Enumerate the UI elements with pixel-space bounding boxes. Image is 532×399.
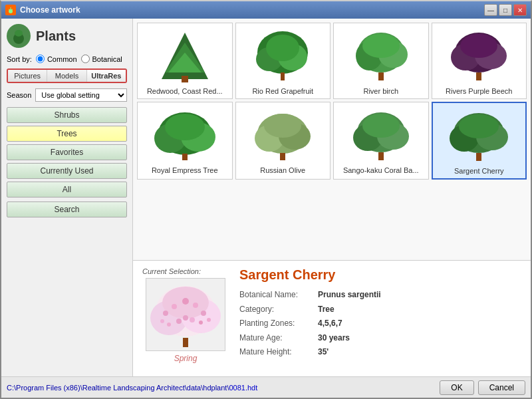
titlebar-buttons: — □ ✕ [484,4,527,16]
svg-point-57 [167,323,171,327]
cancel-button[interactable]: Cancel [478,380,525,395]
filepath-file: 0081.hdt [229,384,257,392]
sort-common-text: Common [47,55,77,63]
plant-cell-rivers-purple-beech[interactable]: Rivers Purple Beech [432,23,527,99]
detail-val-age: 30 years [318,331,350,346]
svg-rect-35 [280,153,285,160]
sort-botanical-text: Botanical [92,55,122,63]
detail-key-botanical: Botanical Name: [239,288,313,303]
plants-header: Plants [7,24,127,48]
plant-cell-royal-empress[interactable]: Royal Empress Tree [137,102,233,180]
detail-info: Sargent Cherry Botanical Name: Prunus sa… [239,267,521,370]
detail-preview: Current Selection: [142,267,229,370]
plant-thumb-royal-empress [145,105,225,165]
bottom-bar: C:\Program Files (x86)\Realtime Landscap… [1,376,531,398]
window-title: Choose artwork [20,5,80,15]
svg-point-6 [15,30,23,37]
detail-key-age: Mature Age: [239,331,313,346]
svg-rect-45 [476,153,481,161]
sort-botanical-radio[interactable] [81,55,90,63]
detail-val-botanical: Prunus sargentii [318,288,381,303]
detail-row-age: Mature Age: 30 years [239,331,521,346]
current-selection-label: Current Selection: [142,267,201,275]
tab-ultrares[interactable]: UltraRes [87,70,126,82]
detail-area: Current Selection: [133,260,531,376]
plant-label-redwood: Redwood, Coast Red... [147,87,223,96]
tab-models[interactable]: Models [47,70,86,82]
plants-logo [7,24,31,48]
maximize-button[interactable]: □ [499,4,512,16]
detail-table: Botanical Name: Prunus sargentii Categor… [239,288,521,360]
svg-point-55 [190,317,195,323]
detail-row-zones: Planting Zones: 4,5,6,7 [239,317,521,331]
currently-used-button[interactable]: Currently Used [7,163,127,179]
sort-label: Sort by: [7,55,32,63]
view-tabs: Pictures Models UltraRes [7,68,127,83]
titlebar: Choose artwork — □ ✕ [1,1,531,19]
titlebar-left: Choose artwork [5,5,80,15]
detail-row-height: Mature Height: 35' [239,345,521,360]
detail-row-category: Category: Tree [239,303,521,317]
plant-cell-redwood[interactable]: Redwood, Coast Red... [137,23,233,99]
season-select[interactable]: Use global setting Spring Summer Fall Wi… [35,88,127,102]
svg-point-59 [160,319,164,323]
detail-key-zones: Planting Zones: [239,317,313,331]
svg-point-44 [459,114,499,138]
svg-rect-30 [182,154,188,160]
svg-point-52 [182,298,189,305]
plant-label-rio-red: Rio Red Grapefruit [252,87,313,96]
svg-point-19 [362,34,400,58]
plant-thumb-russian-olive [243,105,323,165]
svg-point-58 [199,321,203,325]
detail-plant-name: Sargent Cherry [239,267,521,283]
plant-cell-rio-red[interactable]: Rio Red Grapefruit [235,23,331,99]
sort-common-radio[interactable] [36,55,45,63]
detail-val-category: Tree [318,303,334,317]
detail-val-height: 35' [318,345,329,360]
minimize-button[interactable]: — [484,4,497,16]
svg-rect-62 [183,338,188,347]
detail-thumb [146,278,225,351]
season-label: Season [7,91,31,99]
close-button[interactable]: ✕ [513,4,527,16]
svg-point-56 [176,319,182,324]
sort-botanical-label[interactable]: Botanical [81,55,122,63]
favorites-button[interactable]: Favorites [7,144,127,160]
svg-point-24 [460,34,497,58]
sort-common-label[interactable]: Common [36,55,77,63]
plant-cell-sango-kaku[interactable]: Sango-kaku Coral Ba... [333,102,429,180]
svg-point-53 [193,303,198,308]
all-button[interactable]: All [7,182,127,198]
content-area: Plants Sort by: Common Botanical Picture… [1,19,531,376]
detail-key-height: Mature Height: [239,345,313,360]
search-button[interactable]: Search [7,201,127,217]
detail-key-category: Category: [239,303,313,317]
svg-point-51 [172,304,177,309]
plant-cell-river-birch[interactable]: River birch [333,23,429,99]
plant-cell-sargent-cherry[interactable]: Sargent Cherry [432,102,527,180]
svg-rect-20 [378,72,384,80]
trees-button[interactable]: Trees [7,126,127,142]
detail-season: Spring [174,354,198,363]
plant-thumb-sango-kaku [341,105,421,165]
svg-point-14 [266,35,299,61]
svg-rect-1 [11,7,11,11]
season-row: Season Use global setting Spring Summer … [7,88,127,102]
plant-label-royal-empress: Royal Empress Tree [152,166,218,175]
svg-point-54 [201,311,206,316]
svg-point-34 [264,114,301,138]
tab-pictures[interactable]: Pictures [8,70,47,82]
plant-cell-russian-olive[interactable]: Russian Olive [235,102,331,180]
sort-row: Sort by: Common Botanical [7,55,127,63]
svg-rect-10 [182,76,188,82]
svg-rect-25 [476,72,481,80]
main-area: Redwood, Coast Red... Rio Red Grapefruit [133,19,531,376]
ok-button[interactable]: OK [440,380,473,395]
plants-title: Plants [36,29,76,44]
shrubs-button[interactable]: Shrubs [7,107,127,123]
plant-thumb-sargent-cherry [439,106,519,166]
svg-point-60 [183,315,188,321]
plant-label-sargent-cherry: Sargent Cherry [454,167,504,176]
detail-val-zones: 4,5,6,7 [318,317,342,331]
filepath-prefix: C:\Program Files (x86)\Realtime Landscap… [7,384,229,392]
